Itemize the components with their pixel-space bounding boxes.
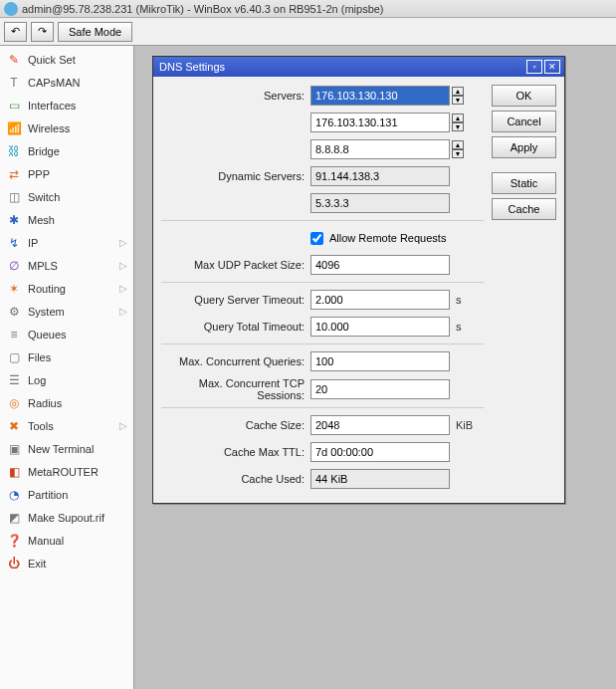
cache-max-ttl-label: Cache Max TTL: xyxy=(161,446,310,458)
spinner-icon[interactable]: ▲▼ xyxy=(452,114,464,131)
sidebar-item-label: Log xyxy=(28,374,127,386)
sidebar-item-label: IP xyxy=(28,237,113,249)
cache-max-ttl-input[interactable] xyxy=(310,442,450,462)
server-input-0[interactable] xyxy=(310,86,450,106)
sidebar-item-label: Mesh xyxy=(28,214,127,226)
sidebar-item-tools[interactable]: ✖Tools▷ xyxy=(0,414,133,437)
sidebar-item-make-supout-rif[interactable]: ◩Make Supout.rif xyxy=(0,506,133,529)
spinner-icon[interactable]: ▲▼ xyxy=(452,140,464,158)
chevron-right-icon: ▷ xyxy=(119,283,127,294)
sidebar-item-ip[interactable]: ↯IP▷ xyxy=(0,231,133,254)
content-area: DNS Settings ▫ ✕ Servers: ▲▼ xyxy=(134,46,616,689)
system-icon: ⚙ xyxy=(6,304,22,320)
partition-icon: ◔ xyxy=(6,487,22,503)
query-total-timeout-input[interactable] xyxy=(310,317,450,337)
safe-mode-button[interactable]: Safe Mode xyxy=(58,22,132,42)
sidebar-item-label: Wireless xyxy=(28,122,127,134)
sidebar-item-label: Manual xyxy=(28,535,127,547)
close-icon[interactable]: ✕ xyxy=(544,60,560,74)
minimize-icon[interactable]: ▫ xyxy=(526,60,542,74)
sidebar-item-label: CAPsMAN xyxy=(28,77,127,89)
queues-icon: ≡ xyxy=(6,327,22,343)
sidebar-item-bridge[interactable]: ⛓Bridge xyxy=(0,139,133,162)
sidebar-item-ppp[interactable]: ⇄PPP xyxy=(0,162,133,185)
sidebar-item-routing[interactable]: ✶Routing▷ xyxy=(0,277,133,300)
sidebar-item-queues[interactable]: ≡Queues xyxy=(0,323,133,345)
unit-seconds: s xyxy=(456,294,462,306)
log-icon: ☰ xyxy=(6,372,22,388)
form-column: Servers: ▲▼ ▲▼ xyxy=(161,85,484,495)
sidebar-item-label: MPLS xyxy=(28,260,113,272)
dynamic-server-0 xyxy=(310,166,450,186)
sidebar-item-switch[interactable]: ◫Switch xyxy=(0,185,133,208)
max-concurrent-queries-label: Max. Concurrent Queries: xyxy=(161,355,310,367)
spinner-icon[interactable]: ▲▼ xyxy=(452,87,464,105)
sidebar-item-label: Files xyxy=(28,351,127,363)
sidebar-item-label: Partition xyxy=(28,489,127,501)
sidebar-item-label: Routing xyxy=(28,283,113,295)
cache-used-label: Cache Used: xyxy=(161,473,310,485)
app-logo-icon xyxy=(4,2,18,16)
quick-set-icon: ✎ xyxy=(6,52,22,68)
query-server-timeout-input[interactable] xyxy=(310,290,450,310)
sidebar-item-metarouter[interactable]: ◧MetaROUTER xyxy=(0,460,133,483)
cancel-button[interactable]: Cancel xyxy=(492,111,556,132)
sidebar-item-manual[interactable]: ❓Manual xyxy=(0,529,133,552)
ok-button[interactable]: OK xyxy=(492,85,556,107)
query-server-timeout-label: Query Server Timeout: xyxy=(161,294,310,306)
static-button[interactable]: Static xyxy=(492,172,556,194)
sidebar-item-label: Radius xyxy=(28,397,127,409)
sidebar-item-label: Quick Set xyxy=(28,54,127,66)
sidebar-item-label: Make Supout.rif xyxy=(28,512,127,524)
dialog-titlebar[interactable]: DNS Settings ▫ ✕ xyxy=(153,57,564,77)
routing-icon: ✶ xyxy=(6,281,22,297)
sidebar-item-wireless[interactable]: 📶Wireless xyxy=(0,116,133,139)
chevron-right-icon: ▷ xyxy=(119,237,127,248)
wireless-icon: 📶 xyxy=(6,120,22,136)
sidebar-item-label: Tools xyxy=(28,420,113,432)
server-input-1[interactable] xyxy=(310,113,450,132)
max-concurrent-tcp-input[interactable] xyxy=(310,379,450,399)
sidebar-item-system[interactable]: ⚙System▷ xyxy=(0,300,133,323)
metarouter-icon: ◧ xyxy=(6,464,22,480)
cache-used-value xyxy=(310,469,450,489)
toolbar: ↶ ↷ Safe Mode xyxy=(0,18,616,46)
ppp-icon: ⇄ xyxy=(6,166,22,182)
query-total-timeout-label: Query Total Timeout: xyxy=(161,321,310,333)
sidebar-item-files[interactable]: ▢Files xyxy=(0,345,133,368)
sidebar-item-radius[interactable]: ◎Radius xyxy=(0,391,133,414)
cache-size-input[interactable] xyxy=(310,415,450,435)
allow-remote-label: Allow Remote Requests xyxy=(329,232,446,244)
apply-button[interactable]: Apply xyxy=(492,136,556,158)
redo-button[interactable]: ↷ xyxy=(31,22,54,42)
button-column: OK Cancel Apply Static Cache xyxy=(492,85,556,495)
sidebar-item-quick-set[interactable]: ✎Quick Set xyxy=(0,48,133,71)
servers-label: Servers: xyxy=(161,90,310,102)
sidebar-item-label: MetaROUTER xyxy=(28,466,127,478)
unit-kib: KiB xyxy=(456,419,473,431)
sidebar-item-partition[interactable]: ◔Partition xyxy=(0,483,133,506)
sidebar-item-interfaces[interactable]: ▭Interfaces xyxy=(0,94,133,116)
sidebar-item-label: Switch xyxy=(28,191,127,203)
cache-button[interactable]: Cache xyxy=(492,198,556,220)
sidebar-item-label: Bridge xyxy=(28,145,127,157)
sidebar-item-exit[interactable]: ⏻Exit xyxy=(0,552,133,574)
sidebar-item-new-terminal[interactable]: ▣New Terminal xyxy=(0,437,133,460)
sidebar-item-capsman[interactable]: TCAPsMAN xyxy=(0,71,133,94)
files-icon: ▢ xyxy=(6,349,22,365)
undo-button[interactable]: ↶ xyxy=(4,22,27,42)
make-supout-rif-icon: ◩ xyxy=(6,510,22,526)
max-udp-label: Max UDP Packet Size: xyxy=(161,259,310,271)
chevron-right-icon: ▷ xyxy=(119,260,127,271)
sidebar-item-mesh[interactable]: ✱Mesh xyxy=(0,208,133,231)
sidebar-item-mpls[interactable]: ∅MPLS▷ xyxy=(0,254,133,277)
server-input-2[interactable] xyxy=(310,139,450,159)
interfaces-icon: ▭ xyxy=(6,98,22,114)
exit-icon: ⏻ xyxy=(6,556,22,572)
sidebar-item-label: Queues xyxy=(28,329,127,341)
allow-remote-checkbox[interactable] xyxy=(310,232,323,245)
titlebar: admin@95.78.238.231 (MikroTik) - WinBox … xyxy=(0,0,616,18)
max-concurrent-queries-input[interactable] xyxy=(310,351,450,371)
sidebar-item-log[interactable]: ☰Log xyxy=(0,368,133,391)
max-udp-input[interactable] xyxy=(310,255,450,275)
